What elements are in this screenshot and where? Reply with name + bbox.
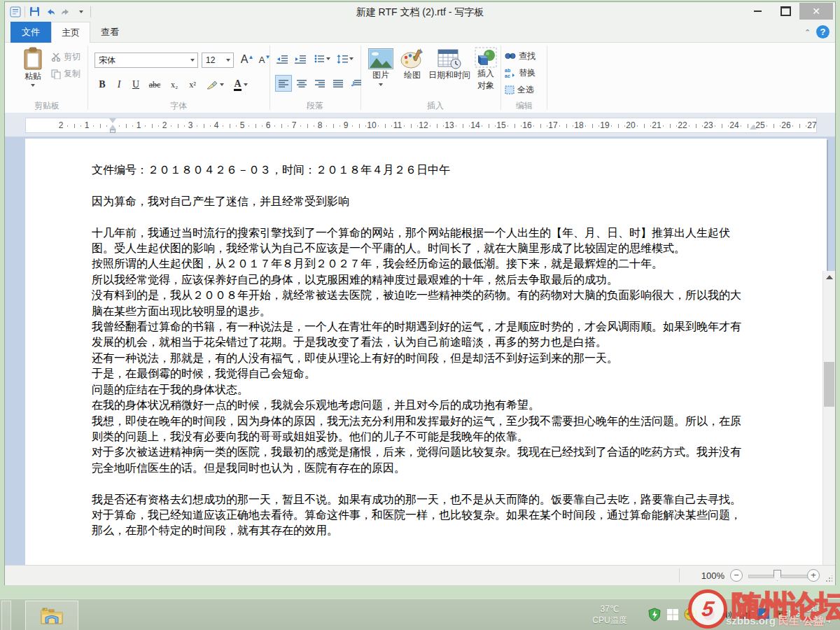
antivirus-ball-icon[interactable] bbox=[683, 607, 698, 622]
scrollbar-thumb[interactable] bbox=[824, 362, 834, 407]
start-button-edge[interactable] bbox=[1, 601, 11, 630]
messenger-icon[interactable] bbox=[756, 607, 771, 622]
increase-indent-button[interactable] bbox=[295, 51, 307, 66]
find-icon bbox=[505, 52, 516, 60]
zoom-out-button[interactable]: − bbox=[730, 569, 743, 582]
copy-button[interactable]: 复制 bbox=[51, 68, 80, 80]
picture-button[interactable]: 图片 bbox=[365, 48, 397, 86]
scroll-up-icon[interactable] bbox=[826, 275, 833, 279]
strikethrough-button[interactable]: abc bbox=[145, 76, 164, 93]
maximize-button[interactable] bbox=[771, 3, 799, 20]
cut-button[interactable]: 剪切 bbox=[51, 51, 80, 63]
ruler-tick bbox=[288, 125, 288, 127]
ruler-number: 22 bbox=[678, 120, 687, 130]
resize-grip[interactable] bbox=[825, 575, 832, 582]
datetime-button[interactable]: 日期和时间 bbox=[428, 48, 471, 81]
zoom-slider-thumb[interactable] bbox=[774, 570, 781, 581]
justify-button[interactable] bbox=[330, 75, 346, 92]
line-spacing-button[interactable] bbox=[337, 51, 354, 66]
hanging-indent-marker[interactable] bbox=[109, 125, 116, 130]
ruler-tick bbox=[281, 124, 282, 128]
align-center-button[interactable] bbox=[293, 75, 310, 92]
ruler-tick bbox=[637, 125, 638, 127]
insert-object-button[interactable]: 插入 对象 bbox=[472, 47, 499, 92]
tab-file[interactable]: 文件 bbox=[10, 22, 51, 43]
shrink-font-button[interactable]: A▼ bbox=[256, 51, 273, 68]
ruler-number: 16 bbox=[522, 120, 532, 130]
drawing-button[interactable]: 绘图 bbox=[398, 48, 426, 81]
document-paragraph: 问题的症结在于我的身体状态。 bbox=[92, 382, 748, 398]
ruler-tick bbox=[507, 125, 508, 127]
status-separator bbox=[679, 568, 680, 582]
find-button[interactable]: 查找 bbox=[505, 50, 536, 62]
list-button[interactable] bbox=[314, 51, 330, 66]
vertical-scrollbar[interactable] bbox=[822, 271, 835, 565]
align-left-button[interactable] bbox=[275, 75, 292, 92]
input-method-icon[interactable] bbox=[701, 607, 716, 622]
group-divider bbox=[88, 46, 88, 110]
ruler-tick bbox=[197, 125, 197, 127]
ruler-tick bbox=[391, 125, 392, 127]
subscript-button[interactable]: x₂ bbox=[166, 76, 183, 93]
minimize-button[interactable] bbox=[743, 3, 771, 20]
select-all-button[interactable]: 全选 bbox=[505, 83, 534, 96]
collapse-ribbon-icon[interactable]: ⌃ bbox=[804, 29, 811, 36]
replace-button[interactable]: abac 替换 bbox=[505, 66, 536, 79]
underline-button[interactable]: U bbox=[128, 76, 144, 93]
document-paragraph: 按照所谓的人生起伏图，从２０１７年８月到２０２７年，我会经历命运的最低潮。接下来… bbox=[92, 256, 748, 272]
wordpad-window: 新建 RTF 文档 (2).rtf - 写字板 ✕ 文件 主页 查看 ⌃ ? 粘… bbox=[4, 1, 836, 585]
network-signal-icon[interactable] bbox=[738, 607, 752, 622]
zoom-in-button[interactable]: + bbox=[807, 569, 820, 582]
ruler-tick bbox=[126, 124, 127, 128]
font-name-combo[interactable]: 宋体 bbox=[94, 52, 198, 68]
close-button[interactable]: ✕ bbox=[799, 3, 833, 20]
font-color-dropdown-icon bbox=[244, 83, 248, 86]
bold-button[interactable]: B bbox=[94, 76, 110, 93]
first-line-indent-marker[interactable] bbox=[109, 118, 116, 123]
ruler-tick bbox=[443, 125, 444, 127]
ruler-number: 18 bbox=[574, 120, 584, 130]
cpu-temp-label: CPU温度 bbox=[578, 615, 641, 626]
ruler-tick bbox=[74, 124, 75, 128]
left-indent-marker[interactable] bbox=[110, 130, 115, 133]
ruler-tick bbox=[132, 125, 133, 127]
find-label: 查找 bbox=[519, 50, 536, 62]
font-size-combo[interactable]: 12 bbox=[202, 52, 234, 68]
picture-dropdown-icon bbox=[379, 83, 383, 86]
title-bar: 新建 RTF 文档 (2).rtf - 写字板 ✕ bbox=[5, 2, 835, 22]
superscript-button[interactable]: x² bbox=[184, 76, 201, 93]
grow-font-button[interactable]: A▲ bbox=[238, 51, 256, 68]
tab-view[interactable]: 查看 bbox=[90, 22, 130, 43]
tab-home[interactable]: 主页 bbox=[51, 22, 90, 43]
zoom-level: 100% bbox=[701, 570, 724, 581]
document-paragraph: 于是，在最倒霉的时候，我觉得自己会短命。 bbox=[92, 366, 748, 382]
decrease-indent-button[interactable] bbox=[276, 51, 288, 66]
ruler-number: 24 bbox=[729, 120, 739, 130]
windows-logo-icon[interactable] bbox=[665, 607, 680, 622]
taskbar-explorer-button[interactable] bbox=[25, 601, 78, 630]
ruler-tick bbox=[728, 125, 729, 127]
language-indicator[interactable]: ENG bbox=[783, 609, 801, 619]
align-right-button[interactable] bbox=[312, 75, 328, 92]
security-shield-icon[interactable] bbox=[647, 607, 662, 622]
grow-arrow-icon: ▲ bbox=[248, 54, 253, 60]
document-page[interactable]: 文件编号：２０１８０４２６－０３，时间：２０１８年４月２６日中午 因为算命，我对… bbox=[25, 139, 827, 565]
italic-button[interactable]: I bbox=[111, 76, 127, 93]
font-color-button[interactable]: A bbox=[229, 76, 253, 93]
paste-button[interactable]: 粘贴 bbox=[16, 47, 50, 87]
help-button[interactable]: ? bbox=[816, 25, 830, 38]
picture-label: 图片 bbox=[372, 69, 389, 81]
highlight-color-button[interactable] bbox=[204, 76, 226, 93]
datetime-icon bbox=[438, 48, 461, 69]
explorer-icon bbox=[41, 607, 63, 625]
speaker-icon[interactable] bbox=[720, 607, 734, 622]
taskbar-clock[interactable]: 13:0 2018/4 bbox=[805, 603, 840, 626]
cpu-temp-widget[interactable]: 37℃ CPU温度 bbox=[578, 603, 641, 626]
ruler-tick bbox=[540, 124, 541, 128]
document-text[interactable]: 文件编号：２０１８０４２６－０３，时间：２０１８年４月２６日中午 因为算命，我对… bbox=[92, 162, 748, 539]
paragraph-dialog-button[interactable] bbox=[348, 75, 365, 92]
font-group-label: 字体 bbox=[94, 100, 262, 112]
ruler-tick bbox=[624, 125, 625, 127]
ruler-number: 15 bbox=[496, 120, 506, 130]
cpu-temp-value: 37℃ bbox=[578, 603, 641, 615]
